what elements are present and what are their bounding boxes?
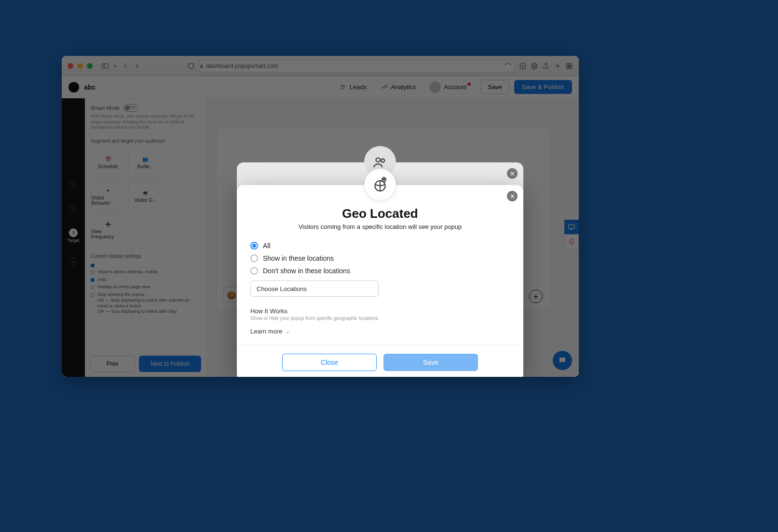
radio-icon <box>250 267 258 275</box>
geo-icon-circle <box>364 169 396 200</box>
geo-radio-group: All Show in these locations Don't show i… <box>250 242 510 275</box>
learn-more-link[interactable]: Learn more <box>250 328 510 335</box>
modal-title: Geo Located <box>250 206 510 221</box>
choose-locations-select[interactable]: Choose Locations <box>250 280 379 297</box>
close-audience-card-button[interactable]: ✕ <box>507 168 518 179</box>
modal-save-button[interactable]: Save <box>383 354 478 371</box>
radio-show-in[interactable]: Show in these locations <box>250 254 510 262</box>
radio-hide-in[interactable]: Don't show in these locations <box>250 267 510 275</box>
radio-all[interactable]: All <box>250 242 510 250</box>
select-placeholder: Choose Locations <box>257 285 307 293</box>
radio-icon <box>250 254 258 262</box>
svg-point-16 <box>381 159 384 162</box>
radio-label: Don't show in these locations <box>263 267 350 275</box>
radio-icon <box>250 242 258 250</box>
svg-point-18 <box>383 179 385 180</box>
modal-close-button[interactable]: Close <box>282 354 377 371</box>
globe-pin-icon <box>372 177 388 192</box>
modal-footer: Close Save <box>237 345 523 377</box>
geo-located-modal: ✕ Geo Located Visitors coming from a spe… <box>237 185 523 377</box>
radio-label: All <box>263 242 271 250</box>
how-it-works-desc: Show or hide your popup from specific ge… <box>250 316 510 321</box>
radio-label: Show in these locations <box>263 254 334 262</box>
learn-more-label: Learn more <box>250 328 282 335</box>
chevron-down-icon <box>285 329 290 334</box>
svg-point-15 <box>376 158 381 162</box>
close-geo-modal-button[interactable]: ✕ <box>507 191 518 201</box>
browser-window: dashboard.popupsmart.com abc Leads <box>62 56 579 377</box>
how-it-works-title: How It Works <box>250 307 510 315</box>
modal-subtitle: Visitors coming from a specific location… <box>250 223 510 230</box>
